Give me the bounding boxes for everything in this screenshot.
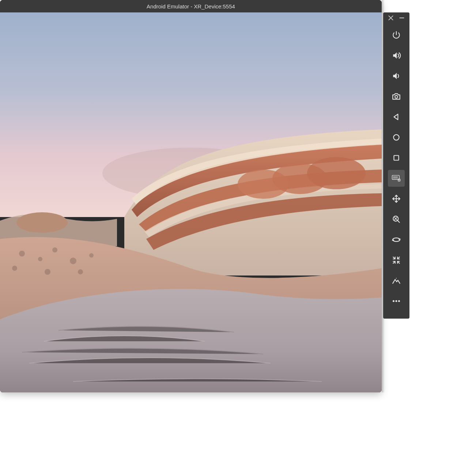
svg-point-13 — [78, 269, 83, 274]
volume-up-icon — [392, 51, 401, 60]
svg-point-9 — [70, 258, 76, 264]
volume-up-button[interactable] — [388, 47, 405, 64]
more-button[interactable] — [388, 293, 405, 309]
svg-point-35 — [396, 300, 397, 302]
move-icon — [392, 194, 401, 204]
svg-point-24 — [397, 176, 397, 177]
power-icon — [392, 30, 401, 40]
svg-rect-19 — [394, 156, 399, 160]
svg-point-28 — [397, 178, 397, 178]
rotate-button[interactable] — [388, 231, 405, 248]
back-icon — [392, 112, 401, 122]
svg-point-27 — [396, 178, 396, 178]
close-icon — [388, 15, 394, 21]
screenshot-button[interactable] — [388, 88, 405, 105]
volume-down-button[interactable] — [388, 68, 405, 84]
svg-marker-14 — [393, 52, 397, 58]
svg-point-2 — [16, 212, 68, 233]
virtual-scene-button[interactable] — [388, 272, 405, 289]
svg-point-26 — [394, 178, 395, 178]
window-title: Android Emulator - XR_Device:5554 — [147, 3, 235, 10]
emulator-toolbar — [383, 12, 409, 319]
move-button[interactable] — [388, 190, 405, 207]
overview-button[interactable] — [388, 149, 405, 166]
emulator-window: Android Emulator - XR_Device:5554 — [0, 0, 382, 392]
scene-image — [0, 12, 382, 392]
minimize-button[interactable] — [398, 15, 405, 21]
svg-point-21 — [393, 176, 394, 177]
svg-point-10 — [89, 253, 94, 258]
svg-point-12 — [45, 269, 50, 275]
svg-point-8 — [52, 247, 57, 252]
rotate-icon — [392, 235, 401, 244]
more-icon — [391, 296, 402, 307]
svg-point-18 — [393, 134, 399, 140]
svg-point-36 — [398, 300, 400, 302]
zoom-icon — [392, 214, 401, 224]
svg-point-16 — [395, 95, 398, 98]
keyboard-icon — [392, 174, 401, 183]
back-button[interactable] — [388, 109, 405, 125]
svg-point-6 — [19, 251, 25, 256]
svg-point-23 — [396, 176, 396, 177]
home-button[interactable] — [388, 129, 405, 146]
svg-point-11 — [12, 266, 17, 271]
volume-down-icon — [392, 71, 401, 81]
titlebar: Android Emulator - XR_Device:5554 — [0, 0, 382, 12]
zoom-button[interactable] — [388, 211, 405, 228]
home-icon — [392, 133, 401, 142]
keyboard-input-button[interactable] — [388, 170, 405, 187]
minimize-icon — [398, 15, 405, 21]
svg-point-34 — [393, 300, 394, 302]
camera-icon — [392, 92, 401, 101]
svg-point-32 — [393, 238, 400, 242]
svg-point-22 — [394, 176, 395, 177]
svg-point-33 — [396, 278, 397, 278]
landscape-icon — [392, 276, 401, 285]
collapse-icon — [392, 255, 401, 265]
svg-point-5 — [307, 157, 366, 189]
svg-marker-15 — [393, 73, 397, 79]
svg-point-25 — [393, 178, 394, 178]
svg-point-7 — [38, 257, 42, 261]
power-button[interactable] — [388, 27, 405, 43]
reset-view-button[interactable] — [388, 252, 405, 269]
emulator-screen[interactable] — [0, 12, 382, 392]
svg-marker-17 — [394, 114, 398, 119]
overview-icon — [392, 153, 401, 163]
close-button[interactable] — [388, 15, 394, 21]
